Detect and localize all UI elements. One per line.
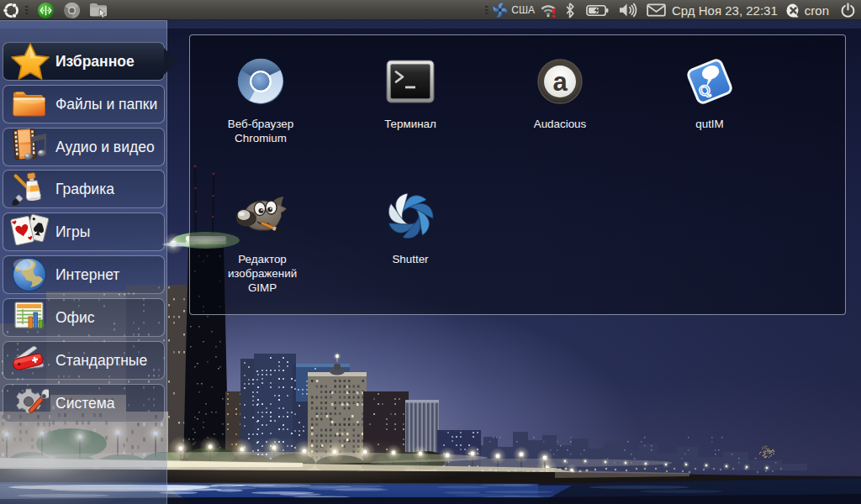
svg-text:a: a [552,67,568,97]
